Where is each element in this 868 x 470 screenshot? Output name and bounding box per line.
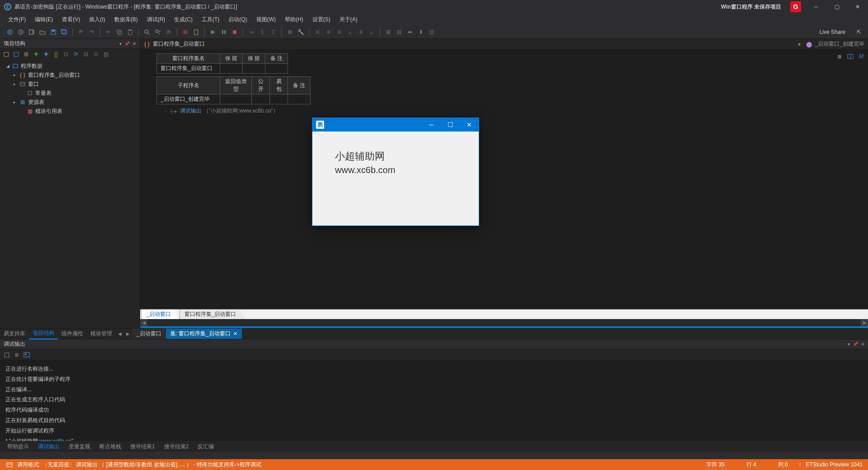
run-icon[interactable]: [208, 28, 217, 37]
close-tab-icon[interactable]: ✕: [233, 331, 237, 337]
new-const-icon[interactable]: ✚: [33, 51, 40, 58]
split-icon[interactable]: [846, 52, 854, 61]
menu-file[interactable]: 文件(F): [4, 14, 30, 25]
doc-tab-assembly[interactable]: 集: 窗口程序集_启动窗口✕: [166, 329, 242, 339]
tool-icon[interactable]: 🔧: [296, 28, 305, 37]
menu-edit[interactable]: 编辑(E): [30, 14, 57, 25]
breakpoint-icon[interactable]: [181, 28, 190, 37]
debug-output-body[interactable]: 正在进行名称连接... 正在统计需要编译的子程序 正在编译... 正在生成主程序…: [0, 360, 868, 441]
editor-tab-assembly[interactable]: 窗口程序集_启动窗口: [179, 309, 244, 319]
paste-icon[interactable]: [126, 28, 135, 37]
menu-insert[interactable]: 插入(I): [85, 14, 109, 25]
bookmark-icon[interactable]: [192, 28, 201, 37]
align-right-icon[interactable]: ≡: [335, 28, 344, 37]
debug-close-icon[interactable]: ✕: [861, 342, 864, 347]
btab-watch[interactable]: 变量监视: [64, 442, 95, 452]
tree-resource[interactable]: ▸⊞资源表: [0, 98, 140, 107]
align-middle-icon[interactable]: ≡: [356, 28, 365, 37]
btab-debug[interactable]: 调试输出: [33, 442, 64, 452]
align-top-icon[interactable]: ⫠: [345, 28, 354, 37]
tab-nav-left-icon[interactable]: ◀: [116, 331, 124, 336]
tree-root[interactable]: ◢程序数据: [0, 61, 140, 70]
menu-window[interactable]: 视图(W): [252, 14, 280, 25]
dropdown-icon[interactable]: ▾: [119, 41, 122, 46]
align-left-icon[interactable]: ≡: [313, 28, 322, 37]
maximize-button[interactable]: ▢: [826, 0, 847, 14]
redo-icon[interactable]: ↷: [87, 28, 96, 37]
save-all-icon[interactable]: [60, 28, 69, 37]
btab-disasm[interactable]: 反汇编: [193, 442, 218, 452]
save-icon[interactable]: [49, 28, 58, 37]
share-icon[interactable]: ⇱: [854, 28, 863, 37]
close-button[interactable]: ✕: [847, 0, 868, 14]
tree-assembly[interactable]: ▸{ }窗口程序集_启动窗口: [0, 70, 140, 80]
open-file-icon[interactable]: [38, 28, 47, 37]
panel-tab-lib[interactable]: 易支持库: [0, 329, 29, 339]
panel-tab-project[interactable]: 项目结构: [29, 328, 58, 339]
step-over-icon[interactable]: ⤼: [247, 28, 256, 37]
align-bottom-icon[interactable]: ⫠: [367, 28, 376, 37]
menu-view[interactable]: 查看(V): [57, 14, 85, 25]
breadcrumb-dropdown-icon[interactable]: ▾: [798, 41, 801, 47]
running-maximize-button[interactable]: ☐: [441, 118, 460, 132]
new-window-icon[interactable]: [13, 51, 20, 58]
running-minimize-button[interactable]: ─: [422, 118, 441, 132]
btab-search2[interactable]: 搜寻结果2: [160, 442, 193, 452]
debug-filter-icon[interactable]: ≣: [13, 351, 21, 359]
panel-tab-props[interactable]: 组件属性: [58, 329, 87, 339]
nav-back-icon[interactable]: [5, 28, 14, 37]
sync-icon[interactable]: ⟳: [164, 28, 173, 37]
settings-icon[interactable]: ⚙: [285, 28, 294, 37]
replace-icon[interactable]: [153, 28, 162, 37]
filter-icon[interactable]: ▤: [102, 51, 109, 58]
find-icon[interactable]: [142, 28, 151, 37]
menu-tools[interactable]: 工具(T): [197, 14, 224, 25]
dist-h-icon[interactable]: ⊞: [384, 28, 393, 37]
menu-run[interactable]: 启动(Q): [224, 14, 251, 25]
debug-link[interactable]: www.xc6b.co: [40, 438, 71, 441]
menu-debug[interactable]: 调试(R): [142, 14, 170, 25]
tree-windows[interactable]: ▸窗口: [0, 80, 140, 89]
status-upload-icon[interactable]: ↑: [799, 461, 802, 468]
sub-name-cell[interactable]: _启动窗口_创建完毕: [157, 94, 220, 104]
btab-search1[interactable]: 搜寻结果1: [126, 442, 160, 452]
running-app-window[interactable]: 易 ─ ☐ ✕ 小超辅助网 www.xc6b.com: [312, 118, 479, 226]
step-into-icon[interactable]: ⤵: [258, 28, 267, 37]
minimap-icon[interactable]: M: [857, 52, 865, 61]
scroll-right-icon[interactable]: ▶: [861, 319, 868, 326]
assembly-name-cell[interactable]: 窗口程序集_启动窗口: [157, 64, 220, 74]
scroll-left-icon[interactable]: ◀: [140, 319, 147, 326]
running-close-button[interactable]: ✕: [460, 118, 479, 132]
new-assembly-icon[interactable]: [3, 51, 10, 58]
new-struct-icon[interactable]: {}: [52, 51, 60, 58]
stop-icon[interactable]: [230, 28, 239, 37]
menu-settings[interactable]: 设置(S): [308, 14, 335, 25]
pin-icon[interactable]: 📌: [124, 41, 130, 46]
menu-help[interactable]: 帮助(H): [280, 14, 308, 25]
new-dll-icon[interactable]: ⊡: [62, 51, 70, 58]
menu-build[interactable]: 生成(C): [170, 14, 197, 25]
editor-tab-startwin[interactable]: _启动窗口: [141, 309, 179, 319]
same-width-icon[interactable]: ⬌: [406, 28, 415, 37]
wrap-icon[interactable]: ≣: [835, 52, 844, 61]
btab-help[interactable]: 帮助提示: [3, 442, 33, 452]
same-size-icon[interactable]: ⊡: [427, 28, 436, 37]
live-share-button[interactable]: Live Share: [820, 29, 845, 35]
panel-tab-modules[interactable]: 模块管理: [87, 329, 116, 339]
status-run-icon[interactable]: [5, 461, 14, 469]
nav-fwd-icon[interactable]: [16, 28, 25, 37]
breadcrumb-right[interactable]: _启动窗口_创建完毕: [815, 40, 864, 48]
running-app-titlebar[interactable]: 易 ─ ☐ ✕: [312, 118, 479, 132]
step-out-icon[interactable]: ⤴: [269, 28, 278, 37]
collapse-icon[interactable]: ⊟: [82, 51, 90, 58]
debug-dropdown-icon[interactable]: ▾: [848, 342, 850, 347]
new-var-icon[interactable]: ✚: [42, 51, 50, 58]
pause-icon[interactable]: [219, 28, 228, 37]
menu-database[interactable]: 数据库(B): [110, 14, 142, 25]
new-file-icon[interactable]: [27, 28, 36, 37]
debug-pin-icon[interactable]: 📌: [853, 342, 858, 347]
same-height-icon[interactable]: ⬍: [416, 28, 425, 37]
doc-tab-startwin[interactable]: _启动窗口: [132, 329, 166, 339]
undo-icon[interactable]: ↶: [76, 28, 85, 37]
align-center-icon[interactable]: ≡: [324, 28, 333, 37]
